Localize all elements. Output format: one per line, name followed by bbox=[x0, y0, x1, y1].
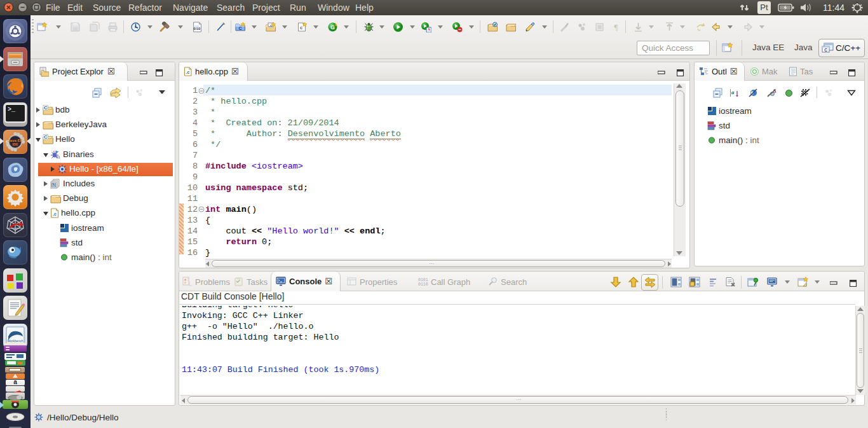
svg-text:.c: .c bbox=[53, 212, 57, 216]
svg-text:¶: ¶ bbox=[614, 22, 618, 32]
svg-text:C: C bbox=[44, 105, 48, 111]
svg-text:C: C bbox=[238, 26, 241, 31]
svg-text:a: a bbox=[731, 89, 735, 95]
svg-text:C: C bbox=[44, 134, 48, 140]
svg-text:0101: 0101 bbox=[418, 278, 428, 282]
svg-text:C: C bbox=[824, 48, 827, 52]
svg-text:Workbench: Workbench bbox=[7, 339, 23, 343]
svg-text:0110: 0110 bbox=[418, 282, 428, 287]
svg-text:c: c bbox=[300, 25, 302, 31]
svg-text:.c: .c bbox=[186, 70, 190, 74]
svg-text:Java EE: Java EE bbox=[8, 139, 22, 142]
svg-text:G: G bbox=[330, 24, 335, 31]
svg-text:h: h bbox=[53, 183, 55, 187]
svg-text:010: 010 bbox=[194, 27, 201, 31]
svg-text:IDE: IDE bbox=[12, 142, 18, 146]
